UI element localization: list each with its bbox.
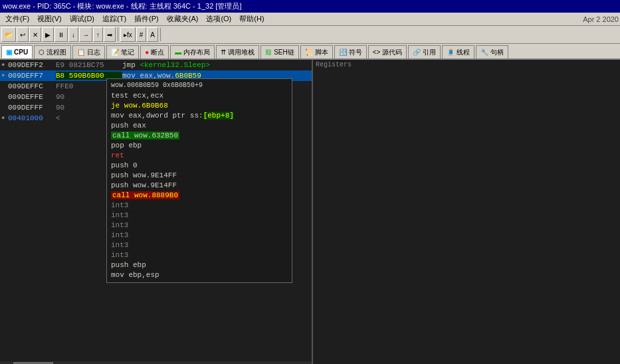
tab-bar: ▣ CPU ⬡ 流程图 📋 日志 📝 笔记 ● 断点 ▬ 内存布局 ⇈ 调用堆栈… xyxy=(0,44,620,60)
toolbar-pause[interactable]: ⏸ xyxy=(54,27,68,42)
tab-sym-label: 符号 xyxy=(349,48,362,57)
tab-note[interactable]: 📝 笔记 xyxy=(106,45,139,58)
ref-icon: 🔗 xyxy=(413,48,421,56)
tab-callstack-label: 调用堆栈 xyxy=(228,48,255,57)
tab-seh-label: SEH链 xyxy=(274,48,294,57)
addr-5: 00401000 xyxy=(8,114,56,122)
popup-line-4: call wow.632B50 xyxy=(111,130,288,140)
script-icon: 📜 xyxy=(305,48,313,56)
main-area: ● 009DEFF2 E9 0821BC75 jmp <kernel32.Sle… xyxy=(0,60,620,364)
toolbar-sep1 xyxy=(118,28,118,41)
popup-title: wow.006B0B59 0x6B0B50+9 xyxy=(111,82,288,89)
tab-break-label: 断点 xyxy=(151,48,164,57)
callstack-icon: ⇈ xyxy=(221,48,226,56)
toolbar-open[interactable]: 📂 xyxy=(1,27,16,42)
toolbar-stepover[interactable]: → xyxy=(79,27,92,42)
tab-note-label: 笔记 xyxy=(121,48,134,57)
instr-0: jmp <kernel32.Sleep> xyxy=(122,61,310,69)
title-text: wow.exe - PID: 365C - 模块: wow.exe - 线程: … xyxy=(3,2,241,10)
tab-log-label: 日志 xyxy=(87,48,100,57)
src-icon: <> xyxy=(373,48,381,56)
popup-line-16: int3 xyxy=(111,250,288,260)
register-panel: Registers xyxy=(312,60,445,364)
tab-handle[interactable]: 🔧 句柄 xyxy=(476,45,508,58)
addr-2: 009DEFFC xyxy=(8,82,56,90)
popup-line-11: int3 xyxy=(111,200,288,210)
popup-line-12: int3 xyxy=(111,210,288,220)
date-label: Apr 2 2020 xyxy=(583,15,619,23)
popup-line-3: push eax xyxy=(111,120,288,130)
menu-view[interactable]: 视图(V) xyxy=(33,13,66,25)
addr-1: 009DEFF7 xyxy=(8,72,56,80)
handle-icon: 🔧 xyxy=(480,48,488,56)
tab-script-label: 脚本 xyxy=(315,48,328,57)
tab-sym[interactable]: 🔣 符号 xyxy=(334,45,367,58)
toolbar-runto[interactable]: ➡ xyxy=(104,27,116,42)
popup-line-13: int3 xyxy=(111,220,288,230)
toolbar-sep2 xyxy=(160,28,161,41)
tab-cpu[interactable]: ▣ CPU xyxy=(1,45,33,58)
tab-src[interactable]: <> 源代码 xyxy=(368,45,407,58)
toolbar-close[interactable]: ✕ xyxy=(29,27,41,42)
addr-0: 009DEFF2 xyxy=(8,61,56,69)
tab-callstack[interactable]: ⇈ 调用堆栈 xyxy=(216,45,259,58)
popup-line-15: int3 xyxy=(111,240,288,250)
memlayout-icon: ▬ xyxy=(175,48,181,56)
tab-thread[interactable]: 🧵 线程 xyxy=(442,45,474,58)
toolbar-fx[interactable]: ▸fx xyxy=(120,27,136,42)
tab-seh[interactable]: ⛓ SEH链 xyxy=(260,45,299,58)
toolbar-run[interactable]: ▶ xyxy=(42,27,54,42)
popup-line-2: mov eax,dword ptr ss:[ebp+8] xyxy=(111,110,288,120)
toolbar-stepinto[interactable]: ↓ xyxy=(68,27,78,42)
tab-src-label: 源代码 xyxy=(382,48,402,57)
popup-tooltip: wow.006B0B59 0x6B0B50+9 test ecx,ecx je … xyxy=(106,78,292,283)
break-icon: ● xyxy=(145,48,149,56)
menu-plugin[interactable]: 插件(P) xyxy=(130,13,163,25)
menu-options[interactable]: 选项(O) xyxy=(202,13,235,25)
menu-file[interactable]: 文件(F) xyxy=(1,13,33,25)
disasm-row-0[interactable]: ● 009DEFF2 E9 0821BC75 jmp <kernel32.Sle… xyxy=(0,60,312,70)
note-icon: 📝 xyxy=(111,48,119,56)
addr-3: 009DEFFE xyxy=(8,93,56,101)
disasm-hscroll[interactable] xyxy=(0,361,312,364)
popup-line-9: push wow.9E14FF xyxy=(111,180,288,190)
menu-help[interactable]: 帮助(H) xyxy=(235,13,268,25)
reg-panel-label: Registers xyxy=(313,60,445,70)
disasm-container: ● 009DEFF2 E9 0821BC75 jmp <kernel32.Sle… xyxy=(0,60,312,361)
popup-line-18: mov ebp,esp xyxy=(111,270,288,280)
disasm-panel[interactable]: ● 009DEFF2 E9 0821BC75 jmp <kernel32.Sle… xyxy=(0,60,312,364)
tab-log[interactable]: 📋 日志 xyxy=(72,45,105,58)
tab-handle-label: 句柄 xyxy=(490,48,504,57)
toolbar-restart[interactable]: ↩ xyxy=(17,27,29,42)
addr-4: 009DEFFF xyxy=(8,104,56,112)
popup-line-14: int3 xyxy=(111,230,288,240)
graph-icon: ⬡ xyxy=(39,48,45,56)
bytes-0: E9 0821BC75 xyxy=(56,61,122,69)
tab-break[interactable]: ● 断点 xyxy=(140,45,169,58)
toolbar-hash[interactable]: # xyxy=(136,27,147,42)
menu-fav[interactable]: 收藏夹(A) xyxy=(163,13,203,25)
cpu-icon: ▣ xyxy=(6,48,12,56)
sym-icon: 🔣 xyxy=(339,48,347,56)
tab-thread-label: 线程 xyxy=(457,48,470,57)
toolbar-A[interactable]: A xyxy=(147,27,158,42)
seh-icon: ⛓ xyxy=(265,48,272,56)
menu-debug[interactable]: 调试(D) xyxy=(66,13,98,25)
bullet-0: ● xyxy=(1,62,8,68)
menu-trace[interactable]: 追踪(T) xyxy=(98,13,130,25)
thread-icon: 🧵 xyxy=(447,48,455,56)
title-bar: wow.exe - PID: 365C - 模块: wow.exe - 线程: … xyxy=(0,0,620,13)
popup-line-17: push ebp xyxy=(111,260,288,270)
tab-memlayout[interactable]: ▬ 内存布局 xyxy=(170,45,215,58)
popup-line-0: test ecx,ecx xyxy=(111,90,288,100)
tab-memlayout-label: 内存布局 xyxy=(183,48,210,57)
popup-line-10: call wow.8889B0 xyxy=(111,190,288,200)
bullet-1: ● xyxy=(1,72,8,79)
tab-graph[interactable]: ⬡ 流程图 xyxy=(34,45,71,58)
popup-line-8: push wow.9E14FF xyxy=(111,170,288,180)
bullet-5: ● xyxy=(1,115,8,122)
toolbar-stepout[interactable]: ↑ xyxy=(93,27,103,42)
log-icon: 📋 xyxy=(77,48,85,56)
tab-script[interactable]: 📜 脚本 xyxy=(300,45,333,58)
tab-ref[interactable]: 🔗 引用 xyxy=(408,45,441,58)
